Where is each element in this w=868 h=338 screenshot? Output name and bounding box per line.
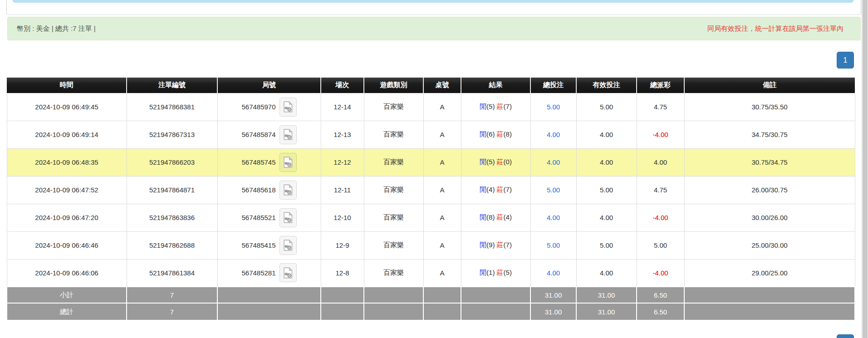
cell-round-id: 567485970 (217, 93, 321, 121)
round-id-value: 567485415 (241, 241, 275, 249)
result-player-label: 閒 (480, 269, 486, 276)
video-replay-icon (283, 240, 293, 251)
result-banker-label: 莊 (497, 241, 504, 249)
result-banker-label: 莊 (497, 213, 504, 221)
cell-result: 閒(9) 莊(7) (461, 231, 530, 259)
cell-remark: 25.00/30.00 (684, 231, 855, 259)
table-row: 2024-10-09 06:46:06521947861384567485281… (7, 259, 855, 287)
round-id-value: 567485521 (241, 214, 275, 221)
video-replay-button[interactable] (280, 98, 297, 117)
cell-game-type: 百家樂 (364, 176, 423, 204)
result-banker-value: (8) (504, 130, 512, 138)
cell-total-bet: 4.00 (530, 148, 576, 176)
currency-total-label: 幣別 : 美金 | 總共 :7 注單 | (17, 24, 96, 33)
column-header-3: 場次 (321, 78, 364, 93)
pagination-page-1-bottom[interactable]: 1 (837, 334, 854, 338)
result-banker-value: (5) (504, 269, 512, 276)
total-bet-link[interactable]: 5.00 (547, 241, 560, 249)
cell-time: 2024-10-09 06:46:46 (7, 231, 127, 259)
cell-time: 2024-10-09 06:47:20 (7, 204, 127, 231)
same-round-notice: 同局有效投注，統一計算在該局第一張注單內 (707, 24, 850, 33)
round-id-value: 567485745 (241, 158, 275, 166)
table-row: 2024-10-09 06:47:52521947864871567485618… (7, 176, 855, 204)
cell-round-id: 567485521 (217, 204, 321, 231)
column-header-10: 備註 (684, 78, 855, 93)
result-player-label: 閒 (480, 130, 486, 138)
total-bet-link[interactable]: 5.00 (547, 186, 560, 194)
video-replay-button[interactable] (280, 236, 297, 255)
subtotal-cell-3 (321, 287, 364, 303)
cell-total-bet: 5.00 (530, 176, 576, 204)
cell-session: 12-11 (321, 176, 364, 204)
cell-table-no: A (423, 148, 461, 176)
video-replay-icon (283, 157, 293, 168)
result-player-label: 閒 (480, 241, 486, 249)
cell-valid-bet: 5.00 (576, 231, 637, 259)
total-bet-link[interactable]: 4.00 (547, 131, 560, 138)
cell-game-type: 百家樂 (364, 148, 423, 176)
video-replay-button[interactable] (280, 153, 297, 172)
subtotal-row: 小計731.0031.006.50 (7, 287, 855, 303)
cell-payout: 4.75 (637, 93, 684, 121)
video-replay-icon (283, 129, 293, 140)
cell-total-bet: 5.00 (530, 93, 576, 121)
cell-valid-bet: 5.00 (576, 93, 637, 121)
video-replay-button[interactable] (280, 181, 297, 200)
cell-total-bet: 4.00 (530, 259, 576, 287)
result-player-label: 閒 (480, 186, 486, 193)
vertical-scrollbar[interactable] (862, 0, 868, 338)
column-header-2: 局號 (217, 78, 321, 93)
result-player-value: (6) (486, 130, 495, 138)
info-strip (13, 0, 853, 3)
result-player-value: (5) (486, 158, 495, 166)
result-player-label: 閒 (480, 213, 486, 221)
result-banker-value: (7) (504, 241, 512, 249)
cell-total-bet: 4.00 (530, 121, 576, 148)
round-id-value: 567485874 (241, 131, 275, 138)
cell-valid-bet: 4.00 (576, 204, 637, 231)
column-header-8: 有效投注 (576, 78, 637, 93)
cell-payout: 4.00 (637, 148, 684, 176)
grand-total-cell-3 (321, 303, 364, 320)
video-replay-button[interactable] (280, 263, 297, 282)
total-bet-link[interactable]: 4.00 (547, 158, 560, 166)
cell-time: 2024-10-09 06:46:06 (7, 259, 127, 287)
table-body: 2024-10-09 06:49:45521947868381567485970… (7, 93, 855, 320)
cell-round-id: 567485281 (217, 259, 321, 287)
top-cutoff-panel (6, 0, 861, 15)
subtotal-cell-2 (217, 287, 321, 303)
total-bet-link[interactable]: 4.00 (547, 214, 560, 221)
video-replay-button[interactable] (280, 208, 297, 227)
cell-remark: 34.75/30.75 (684, 121, 855, 148)
column-header-7: 總投注 (530, 78, 576, 93)
cell-bet-id: 521947867313 (127, 121, 217, 148)
result-player-value: (9) (486, 241, 495, 249)
table-row: 2024-10-09 06:49:14521947867313567485874… (7, 121, 855, 148)
cell-game-type: 百家樂 (364, 93, 423, 121)
total-bet-link[interactable]: 5.00 (547, 103, 560, 111)
total-bet-link[interactable]: 4.00 (547, 269, 560, 277)
subtotal-cell-6 (461, 287, 530, 303)
scrollbar-thumb[interactable] (863, 0, 868, 338)
cell-game-type: 百家樂 (364, 231, 423, 259)
cell-round-id: 567485874 (217, 121, 321, 148)
video-replay-button[interactable] (280, 125, 297, 144)
subtotal-cell-8: 31.00 (576, 287, 637, 303)
result-banker-label: 莊 (497, 103, 504, 110)
pagination-page-1-top[interactable]: 1 (837, 52, 854, 69)
result-banker-label: 莊 (497, 158, 504, 166)
cell-bet-id: 521947864871 (127, 176, 217, 204)
cell-time: 2024-10-09 06:49:45 (7, 93, 127, 121)
cell-table-no: A (423, 259, 461, 287)
cell-result: 閒(8) 莊(4) (461, 204, 530, 231)
cell-bet-id: 521947862688 (127, 231, 217, 259)
subtotal-cell-9: 6.50 (637, 287, 684, 303)
cell-bet-id: 521947863836 (127, 204, 217, 231)
grand-total-cell-8: 31.00 (576, 303, 637, 320)
result-player-value: (8) (486, 213, 495, 221)
round-id-value: 567485970 (241, 103, 275, 111)
grand-total-cell-2 (217, 303, 321, 320)
grand-total-cell-10 (684, 303, 855, 320)
video-replay-icon (283, 184, 293, 196)
grand-total-cell-6 (461, 303, 530, 320)
